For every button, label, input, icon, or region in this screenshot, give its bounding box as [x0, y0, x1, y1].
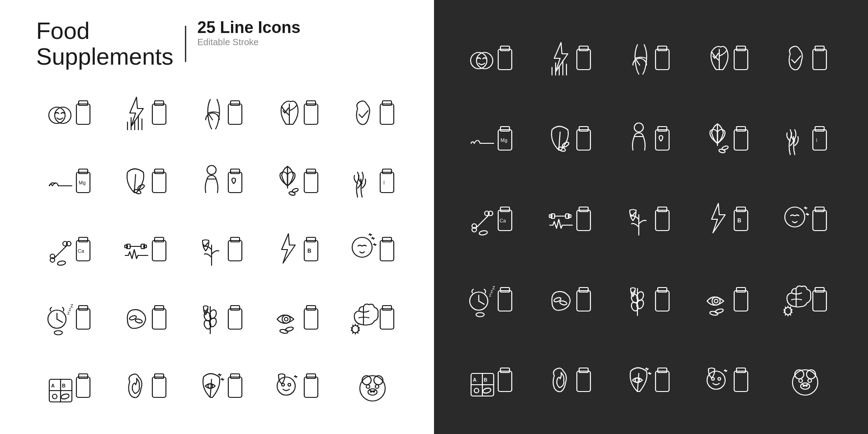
editable-stroke: Editable Stroke: [198, 37, 301, 47]
main-title: FoodSupplements: [36, 18, 174, 70]
wheat-supplement-dark-icon: [614, 264, 688, 340]
svg-text:Ca: Ca: [500, 218, 506, 223]
svg-point-190: [785, 207, 805, 227]
svg-rect-68: [79, 306, 88, 310]
svg-line-39: [54, 245, 67, 259]
svg-rect-141: [656, 49, 669, 70]
svg-rect-144: [734, 49, 748, 70]
svg-rect-58: [380, 241, 394, 261]
eye-drop-dark-icon: [614, 344, 688, 420]
eye-drop-icon: [188, 357, 259, 420]
beauty-skin-dark-icon: [771, 184, 845, 259]
svg-text:A: A: [51, 383, 55, 388]
plant-immune-dark-icon: [614, 184, 688, 259]
svg-rect-105: [152, 377, 166, 397]
svg-point-104: [61, 393, 70, 400]
immune-supplement-dark-icon: [693, 23, 767, 99]
svg-text:Mg: Mg: [79, 180, 85, 185]
svg-rect-244: [736, 368, 745, 373]
svg-rect-189: [815, 207, 824, 212]
svg-rect-53: [231, 237, 240, 242]
svg-rect-205: [579, 288, 588, 292]
svg-rect-5: [155, 101, 164, 105]
svg-rect-147: [815, 46, 824, 51]
kids-supplement-icon: [264, 357, 335, 420]
svg-rect-225: [500, 368, 509, 373]
weight-supplement-icon: [188, 83, 259, 147]
svg-point-103: [52, 394, 57, 399]
svg-point-75: [54, 331, 62, 335]
svg-rect-94: [382, 306, 392, 310]
svg-rect-33: [380, 172, 394, 193]
svg-rect-176: [579, 207, 588, 212]
svg-rect-46: [155, 237, 164, 242]
title-block: FoodSupplements: [36, 18, 174, 70]
svg-rect-30: [307, 169, 316, 174]
svg-rect-34: [382, 169, 392, 174]
svg-rect-12: [231, 101, 240, 105]
svg-rect-81: [231, 306, 240, 310]
svg-rect-157: [658, 127, 667, 131]
svg-rect-116: [307, 374, 316, 378]
energy-supplement-dark-icon: [535, 23, 609, 99]
magnesium-supplement-dark-icon: Mg: [457, 103, 531, 179]
svg-rect-216: [736, 288, 745, 292]
svg-rect-209: [658, 288, 667, 292]
svg-rect-27: [231, 169, 240, 174]
svg-rect-221: [813, 291, 826, 311]
svg-rect-21: [152, 172, 166, 193]
svg-rect-222: [815, 288, 824, 292]
beauty-supplement-icon: [36, 83, 108, 147]
weight-supplement-dark-icon: [614, 23, 688, 99]
icon-grid-dark: Mg: [457, 23, 845, 420]
svg-point-231: [474, 388, 479, 393]
svg-rect-15: [307, 101, 316, 105]
svg-point-90: [284, 317, 288, 321]
svg-rect-135: [579, 46, 588, 51]
svg-rect-195: [498, 291, 512, 311]
svg-rect-108: [231, 374, 240, 378]
svg-rect-80: [228, 309, 242, 329]
svg-rect-0: [76, 104, 90, 124]
svg-rect-76: [152, 309, 166, 329]
subtitle-block: 25 Line Icons Editable Stroke: [198, 18, 301, 47]
svg-rect-134: [577, 49, 590, 70]
svg-point-219: [715, 308, 723, 314]
calcium-supplement-icon: Ca: [36, 220, 108, 284]
svg-text:z: z: [71, 302, 73, 309]
svg-text:z: z: [492, 284, 495, 291]
womens-supplement-dark-icon: [614, 103, 688, 179]
svg-rect-130: [498, 49, 512, 70]
svg-rect-14: [304, 104, 318, 124]
svg-rect-151: [577, 130, 590, 150]
calcium-supplement-dark-icon: Ca: [457, 184, 531, 259]
svg-line-199: [479, 301, 484, 304]
svg-rect-107: [228, 377, 242, 397]
svg-rect-16: [380, 104, 394, 124]
svg-rect-67: [76, 309, 90, 329]
iodine-supplement-dark-icon: I: [771, 103, 845, 179]
svg-rect-77: [155, 306, 164, 310]
svg-point-28: [207, 165, 216, 175]
iodine-supplement-icon: I: [340, 152, 411, 216]
svg-rect-224: [498, 371, 512, 392]
svg-rect-234: [579, 368, 588, 373]
womens-supplement-icon: [188, 152, 259, 216]
svg-point-95: [352, 326, 359, 333]
right-panel: Mg: [434, 0, 868, 434]
brain-supplement-icon: [340, 288, 411, 352]
vitamin-ab-icon: A B: [36, 357, 108, 420]
beauty-skin-icon: [340, 220, 411, 284]
svg-rect-97: [79, 374, 88, 378]
vertical-divider: [185, 26, 186, 62]
svg-point-254: [808, 379, 811, 382]
svg-text:A: A: [473, 377, 476, 382]
svg-point-125: [366, 385, 370, 388]
sport-supplement-dark-icon: [535, 184, 609, 259]
svg-rect-52: [228, 241, 242, 261]
digestive-fire-icon: [112, 357, 184, 420]
svg-rect-149: [500, 127, 509, 131]
line-count: 25 Line Icons: [198, 18, 301, 37]
liver-supplement-icon: [112, 288, 184, 352]
svg-rect-29: [304, 172, 318, 193]
